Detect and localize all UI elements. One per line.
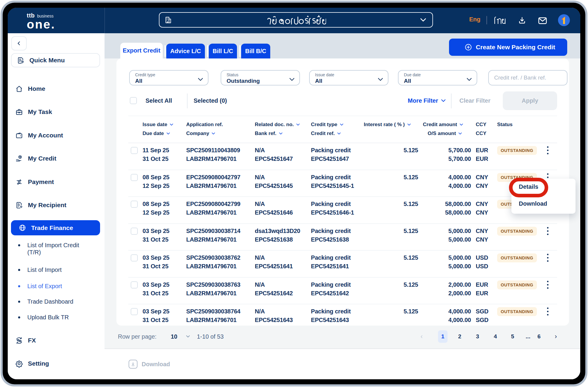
cell-os-ccy: CNY: [476, 209, 488, 216]
column-header[interactable]: Bank ref.: [255, 131, 283, 137]
credit-ref-search-input[interactable]: Credit ref. / Bank ref.: [488, 70, 568, 85]
cell-os-ccy: USD: [476, 263, 488, 270]
more-filter-button[interactable]: More Filter: [408, 97, 446, 104]
pagination-page-5[interactable]: 5: [508, 330, 517, 343]
create-new-packing-credit-button[interactable]: Create New Packing Credit: [449, 39, 567, 56]
cell-os-ccy: SGD: [476, 316, 489, 323]
sidebar-item-trade-finance[interactable]: Trade Finance: [11, 220, 100, 235]
pagination-page-...[interactable]: ...: [523, 330, 533, 343]
pagination-prev[interactable]: ‹: [421, 333, 423, 340]
sidebar-subitem-trade-dashboard[interactable]: Trade Dashboard: [8, 296, 105, 307]
chevron-down-icon: [289, 77, 295, 82]
row-checkbox[interactable]: [131, 228, 138, 235]
quick-menu-icon: [17, 56, 25, 64]
select-all-checkbox[interactable]: [130, 97, 137, 104]
filter-due-date[interactable]: Due dateAll: [398, 70, 477, 85]
column-header[interactable]: Credit amount: [423, 122, 463, 128]
mail-icon[interactable]: [538, 16, 548, 25]
company-selector[interactable]: วัน คอเปอร์เรชั่น: [159, 12, 433, 28]
filter-credit-type[interactable]: Credit typeAll: [129, 70, 208, 85]
column-header[interactable]: Related doc. no.: [255, 122, 300, 128]
sidebar-item-my-credit[interactable]: My Credit: [8, 151, 105, 166]
row-actions-kebab[interactable]: [545, 227, 551, 235]
download-icon[interactable]: [517, 16, 527, 25]
cell-interest-rate: 5.125: [384, 308, 418, 315]
cell-application-ref: EPC2509080042799: [186, 200, 241, 207]
pagination-page-3[interactable]: 3: [473, 330, 482, 343]
status-badge: OUTSTANDING: [497, 253, 537, 262]
rows-per-page-value[interactable]: 10: [171, 333, 177, 340]
cell-related-doc-no: N/A: [255, 281, 265, 288]
context-menu-download[interactable]: Download: [519, 200, 547, 207]
table-card: Credit typeAllStatusOutstandingIssue dat…: [116, 58, 569, 326]
sidebar-collapse-button[interactable]: [11, 36, 27, 50]
pagination-page-2[interactable]: 2: [455, 330, 464, 343]
column-header[interactable]: Credit ref.: [311, 131, 341, 137]
sidebar-item-my-task[interactable]: My Task: [8, 105, 105, 119]
tab-bill-l-c[interactable]: Bill L/C: [209, 44, 237, 58]
tab-advice-l-c[interactable]: Advice L/C: [166, 44, 205, 58]
tab-export-credit[interactable]: Export Credit: [120, 43, 163, 58]
row-actions-kebab[interactable]: [545, 254, 551, 262]
status-badge: OUTSTANDING: [497, 146, 537, 155]
filter-status[interactable]: StatusOutstanding: [221, 70, 300, 85]
avatar[interactable]: 1: [558, 14, 570, 26]
pagination-next[interactable]: ›: [555, 333, 557, 340]
more-filter-label: More Filter: [408, 97, 438, 104]
filter-issue-date[interactable]: Issue dateAll: [309, 70, 388, 85]
pagination-page-6[interactable]: 6: [534, 330, 544, 343]
sidebar-subitem-list-of-import[interactable]: List of Import: [8, 265, 105, 275]
cell-bank-ref: EPC54251643: [255, 316, 293, 323]
sidebar-subitem-list-of-export[interactable]: List of Export: [8, 281, 105, 291]
row-checkbox[interactable]: [131, 308, 138, 315]
lang-thai[interactable]: ไทย: [494, 16, 506, 26]
clear-filter-button[interactable]: Clear Filter: [459, 97, 490, 104]
row-checkbox[interactable]: [131, 174, 138, 181]
column-header[interactable]: Company: [186, 131, 215, 137]
cell-os-amount: 5,000.00: [426, 263, 471, 270]
row-actions-kebab[interactable]: [545, 307, 551, 315]
sidebar-item-setting[interactable]: Setting: [8, 356, 105, 371]
cell-ccy: CNY: [476, 174, 488, 181]
column-header[interactable]: Credit type: [311, 122, 344, 128]
sidebar-item-fx[interactable]: FX: [8, 333, 105, 348]
filter-label: Credit type: [135, 72, 155, 77]
cell-company: LAB2RM14796701: [186, 209, 237, 216]
column-header[interactable]: Issue date: [143, 122, 173, 128]
column-header: Status: [497, 122, 513, 128]
column-header[interactable]: O/S amount: [428, 131, 462, 137]
apply-button[interactable]: Apply: [503, 91, 557, 110]
sidebar-item-home[interactable]: Home: [8, 82, 105, 96]
column-header[interactable]: Due date: [143, 131, 170, 137]
pagination-page-4[interactable]: 4: [491, 330, 500, 343]
row-actions-kebab[interactable]: [545, 281, 551, 289]
sidebar-item-my-account[interactable]: My Account: [8, 128, 105, 142]
pagination-page-1[interactable]: 1: [438, 330, 448, 343]
chevron-down-icon[interactable]: [186, 335, 190, 338]
row-actions-kebab[interactable]: [545, 146, 551, 154]
sidebar-item-quick-menu[interactable]: Quick Menu: [11, 53, 100, 67]
sidebar-subitem-list-of-import-credit[interactable]: List of Import Credit(T/R): [8, 240, 105, 250]
bottom-download-button[interactable]: Download: [142, 360, 170, 368]
status-badge: OUTSTANDING: [497, 227, 537, 236]
tab-separator: [165, 45, 166, 57]
row-checkbox[interactable]: [131, 147, 138, 154]
column-header: CCY: [476, 131, 486, 137]
row-separator: [128, 277, 557, 277]
row-checkbox[interactable]: [131, 201, 138, 208]
cell-credit-type: Packing credit: [311, 174, 351, 181]
sidebar-item-my-recipient[interactable]: My Recipient: [8, 198, 105, 212]
filter-label: Due date: [404, 72, 421, 77]
cell-interest-rate: 5.125: [384, 281, 418, 288]
tab-label: Advice L/C: [170, 48, 201, 55]
sidebar-subitem-upload-bulk-tr[interactable]: Upload Bulk TR: [8, 312, 105, 322]
lang-eng[interactable]: Eng: [469, 16, 480, 23]
cell-os-amount: 4,000.00: [426, 316, 471, 323]
transfer-icon: [15, 178, 23, 186]
sidebar-item-payment[interactable]: Payment: [8, 175, 105, 189]
tab-bill-b-c[interactable]: Bill B/C: [241, 44, 270, 58]
row-checkbox[interactable]: [131, 281, 138, 288]
row-separator: [128, 304, 557, 304]
row-checkbox[interactable]: [131, 254, 138, 261]
column-header[interactable]: Interest rate ( % ): [364, 122, 411, 128]
